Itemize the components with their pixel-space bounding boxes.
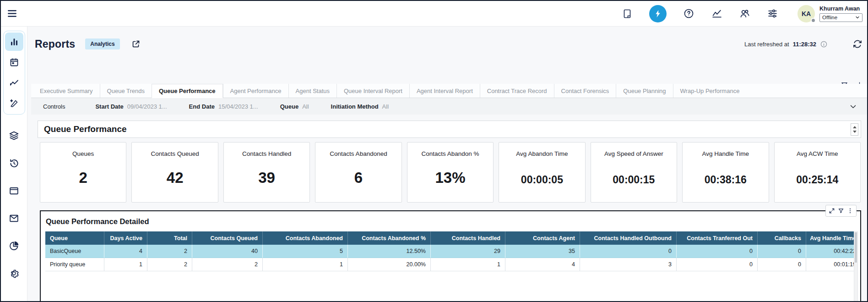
history-icon[interactable]: [5, 154, 23, 172]
column-header[interactable]: Queue: [45, 231, 104, 245]
kpi-value: 13%: [435, 169, 465, 187]
column-header[interactable]: Contacts Handled: [431, 231, 505, 245]
kpi-card-contacts-queued: Contacts Queued42: [131, 142, 218, 203]
chevron-down-icon: [855, 15, 860, 20]
tab-agent-status[interactable]: Agent Status: [288, 84, 336, 98]
column-header[interactable]: Contacts Agent: [505, 231, 580, 245]
tab-contact-forensics[interactable]: Contact Forensics: [554, 84, 616, 98]
expand-icon[interactable]: [829, 208, 835, 214]
kebab-menu-icon[interactable]: [847, 208, 853, 214]
gear-icon[interactable]: [5, 264, 23, 282]
control-value[interactable]: All: [382, 103, 389, 110]
spinner-control[interactable]: [851, 123, 858, 136]
tab-queue-interval-report[interactable]: Queue Interval Report: [336, 84, 409, 98]
status-dot: [811, 18, 816, 23]
bolt-icon[interactable]: [649, 5, 667, 22]
column-header[interactable]: Callbacks: [758, 231, 806, 245]
tab-agent-interval-report[interactable]: Agent Interval Report: [409, 84, 480, 98]
cell: 2: [147, 245, 192, 258]
kpi-card-queues: Queues2: [40, 142, 126, 203]
column-header[interactable]: Total: [147, 231, 192, 245]
refresh-icon[interactable]: [852, 39, 863, 49]
control-start-date[interactable]: Start Date09/04/2023 1...: [95, 103, 167, 110]
column-header[interactable]: Contacts Tranferred Out: [677, 231, 758, 245]
tab-queue-trends[interactable]: Queue Trends: [100, 84, 152, 98]
table-row[interactable]: Priority queue122120.00%1430000:01:19: [45, 258, 856, 271]
control-value[interactable]: 09/04/2023 1...: [127, 103, 167, 110]
window-icon[interactable]: [5, 181, 23, 200]
cell: 12.50%: [348, 245, 431, 258]
column-header[interactable]: Contacts Abandoned %: [348, 231, 431, 245]
table-row[interactable]: BasicQueue4240512.50%293500000:42:22: [45, 245, 856, 258]
layers-icon[interactable]: [5, 126, 23, 145]
kpi-card-contacts-abandon-: Contacts Abandon %13%: [407, 142, 494, 203]
line-chart-icon[interactable]: [5, 74, 23, 92]
info-icon[interactable]: [820, 40, 828, 48]
cell: Priority queue: [45, 258, 104, 271]
controls-fields: Start Date09/04/2023 1...End Date15/04/2…: [95, 103, 411, 110]
calendar-icon[interactable]: [5, 53, 23, 71]
column-header[interactable]: Contacts Queued: [192, 231, 263, 245]
cell: 00:42:22: [806, 245, 856, 258]
table-scrollbar[interactable]: [854, 231, 858, 302]
table-header-row: QueueDays ActiveTotalContacts QueuedCont…: [45, 231, 856, 245]
tab-queue-performance[interactable]: Queue Performance: [152, 84, 223, 98]
note-icon[interactable]: [622, 8, 633, 19]
page-title: Reports: [35, 38, 75, 50]
control-value[interactable]: 15/04/2023 1...: [218, 103, 258, 110]
bar-chart-icon[interactable]: [5, 33, 23, 51]
avatar[interactable]: KA: [797, 5, 815, 22]
control-label: Queue: [280, 103, 298, 110]
avatar-initials: KA: [802, 10, 811, 17]
column-header[interactable]: Contacts Abandoned: [263, 231, 348, 245]
control-queue[interactable]: QueueAll: [280, 103, 309, 110]
metrics-icon[interactable]: [711, 8, 722, 19]
help-icon[interactable]: [683, 8, 694, 19]
status-select[interactable]: Offline: [819, 13, 863, 22]
controls-label: Controls: [43, 103, 65, 110]
section-bar: Queue Performance: [38, 121, 861, 138]
control-value[interactable]: All: [302, 103, 309, 110]
sidebar-nav-group: [3, 31, 25, 115]
user-name: Khurram Awan: [819, 5, 863, 12]
mail-icon[interactable]: [5, 209, 23, 227]
last-refreshed-label: Last refreshed at: [744, 41, 789, 48]
tab-contract-trace-record[interactable]: Contract Trace Record: [480, 84, 554, 98]
tab-queue-planning[interactable]: Queue Planning: [616, 84, 673, 98]
external-link-icon[interactable]: [131, 39, 141, 49]
people-icon[interactable]: [739, 8, 750, 19]
cell: 40: [192, 245, 263, 258]
design-icon[interactable]: [5, 94, 23, 113]
table-filter-icon[interactable]: [838, 208, 844, 214]
app-window: KA Khurram Awan Offline: [0, 0, 868, 302]
control-label: End Date: [189, 103, 215, 110]
tabs: Executive SummaryQueue TrendsQueue Perfo…: [31, 84, 867, 98]
cell: 0: [758, 245, 806, 258]
cell: 2: [192, 258, 263, 271]
kpi-label: Contacts Abandoned: [330, 150, 387, 157]
table-toolbar: [825, 205, 857, 217]
control-label: Initiation Method: [331, 103, 379, 110]
control-initiation-method[interactable]: Initiation MethodAll: [331, 103, 389, 110]
sliders-icon[interactable]: [767, 8, 778, 19]
cell: 1: [104, 258, 147, 271]
topbar: KA Khurram Awan Offline: [1, 1, 867, 27]
tab-executive-summary[interactable]: Executive Summary: [33, 84, 100, 98]
pie-chart-icon[interactable]: [5, 236, 23, 255]
column-header[interactable]: Days Active: [104, 231, 147, 245]
menu-icon[interactable]: [6, 8, 18, 19]
last-refreshed-time: 11:28:32: [793, 41, 816, 48]
control-end-date[interactable]: End Date15/04/2023 1...: [189, 103, 258, 110]
column-header[interactable]: Avg Handle Time: [806, 231, 856, 245]
cell: BasicQueue: [45, 245, 104, 258]
kpi-card-contacts-abandoned: Contacts Abandoned6: [315, 142, 401, 203]
controls-bar[interactable]: Controls Start Date09/04/2023 1...End Da…: [31, 98, 867, 115]
section-title: Queue Performance: [44, 124, 127, 134]
column-header[interactable]: Contacts Handled Outbound: [580, 231, 677, 245]
cell: 4: [505, 258, 580, 271]
cell: 29: [431, 245, 505, 258]
tab-wrap-up-performance[interactable]: Wrap-Up Performance: [673, 84, 747, 98]
controls-collapse-chevron-icon[interactable]: [849, 103, 857, 110]
kpi-value: 00:00:15: [613, 174, 655, 186]
tab-agent-performance[interactable]: Agent Performance: [223, 84, 288, 98]
